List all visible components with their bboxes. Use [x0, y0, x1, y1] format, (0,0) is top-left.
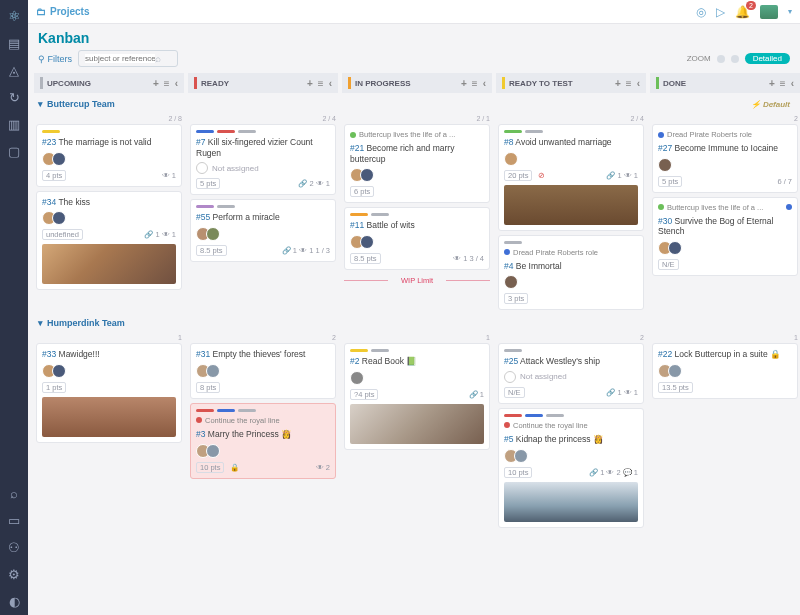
zoom-compact-button[interactable]: [717, 55, 725, 63]
collapse-icon[interactable]: ‹: [329, 78, 332, 89]
help-icon[interactable]: ◎: [696, 5, 706, 19]
sidebar-team-icon[interactable]: ⚇: [8, 540, 20, 555]
zoom-detailed-button[interactable]: Detailed: [745, 53, 790, 64]
sidebar-board-icon[interactable]: ▤: [8, 36, 20, 51]
cell-count: 1: [342, 334, 492, 341]
kanban-card[interactable]: #23 The marriage is not valid4 pts👁 1: [36, 124, 182, 187]
card-thumbnail: [42, 397, 176, 437]
collapse-icon[interactable]: ‹: [637, 78, 640, 89]
zoom-default-button[interactable]: [731, 55, 739, 63]
column-menu-icon[interactable]: ≡: [318, 78, 324, 89]
kanban-card[interactable]: #33 Mawidge!!!1 pts: [36, 343, 182, 443]
column-menu-icon[interactable]: ≡: [626, 78, 632, 89]
add-card-icon[interactable]: +: [769, 78, 775, 89]
avatar: [206, 227, 220, 241]
sidebar-search-icon[interactable]: ⌕: [10, 486, 18, 501]
tag-pill: [525, 414, 543, 417]
sidebar-theme-icon[interactable]: ◐: [9, 594, 20, 609]
card-title: #27 Become Immune to Iocaine: [658, 143, 792, 154]
cell-count: 2 / 8: [34, 115, 184, 122]
card-stats: 🔗 2 👁 1: [298, 179, 330, 188]
add-card-icon[interactable]: +: [615, 78, 621, 89]
kanban-card[interactable]: #25 Attack Westley's shipNot assignedN/E…: [498, 343, 644, 404]
kanban-card[interactable]: #8 Avoid unwanted marriage20 pts⊘🔗 1 👁 1: [498, 124, 644, 231]
sidebar-issues-icon[interactable]: ↻: [9, 90, 20, 105]
tag-pill: [238, 130, 256, 133]
kanban-card[interactable]: Continue the royal line#5 Kidnap the pri…: [498, 408, 644, 528]
kanban-card[interactable]: #55 Perform a miracle8.5 pts🔗 1 👁 1 1 / …: [190, 199, 336, 262]
sidebar-scrum-icon[interactable]: ◬: [9, 63, 19, 78]
sidebar-wiki-icon[interactable]: ▥: [8, 117, 20, 132]
sidebar-video-icon[interactable]: ▭: [8, 513, 20, 528]
add-card-icon[interactable]: +: [461, 78, 467, 89]
column-menu-icon[interactable]: ≡: [164, 78, 170, 89]
column-header: READY TO TEST+≡‹: [496, 73, 646, 93]
kanban-card[interactable]: Buttercup lives the life of a ...#21 Bec…: [344, 124, 490, 203]
column-header: DONE+≡‹: [650, 73, 800, 93]
search-input[interactable]: ⌕: [78, 50, 178, 67]
notification-badge: 2: [746, 1, 756, 10]
card-title: #31 Empty the thieves' forest: [196, 349, 330, 360]
sidebar-bookmark-icon[interactable]: ▢: [8, 144, 20, 159]
not-assigned: Not assigned: [504, 371, 638, 383]
avatar: [504, 152, 518, 166]
tag-pill: [217, 409, 235, 412]
swimlane-header[interactable]: ▾Humperdink Team: [34, 312, 794, 334]
points-badge: 10 pts: [196, 462, 224, 473]
avatar: [350, 371, 364, 385]
swimlane-header[interactable]: ▾Buttercup Team⚡ Default: [34, 93, 794, 115]
tag-pill: [238, 409, 256, 412]
notifications-icon[interactable]: 🔔2: [735, 5, 750, 19]
column-menu-icon[interactable]: ≡: [780, 78, 786, 89]
points-badge: N/E: [504, 387, 525, 398]
column-name: READY TO TEST: [509, 79, 573, 88]
card-title: #25 Attack Westley's ship: [504, 356, 638, 367]
card-title: #3 Marry the Princess 👸: [196, 429, 330, 440]
app-logo-icon[interactable]: ⚛: [8, 8, 21, 24]
kanban-card[interactable]: #2 Read Book 📗?4 pts🔗 1: [344, 343, 490, 450]
sidebar-settings-icon[interactable]: ⚙: [8, 567, 20, 582]
tag-pill: [196, 130, 214, 133]
column-header: UPCOMING+≡‹: [34, 73, 184, 93]
cell-count: 1: [650, 334, 800, 341]
kanban-card[interactable]: #31 Empty the thieves' forest8 pts: [190, 343, 336, 399]
kanban-card[interactable]: #11 Battle of wits8.5 pts👁 1 3 / 4: [344, 207, 490, 270]
card-title: #4 Be Immortal: [504, 261, 638, 272]
add-card-icon[interactable]: +: [153, 78, 159, 89]
chevron-down-icon[interactable]: ▾: [788, 7, 792, 16]
points-badge: 5 pts: [658, 176, 682, 187]
column-header: READY+≡‹: [188, 73, 338, 93]
sidebar: ⚛ ▤ ◬ ↻ ▥ ▢ ⌕ ▭ ⚇ ⚙ ◐: [0, 0, 28, 615]
kanban-card[interactable]: #34 The kissundefined🔗 1 👁 1: [36, 191, 182, 291]
kanban-card[interactable]: Dread Pirate Roberts role#27 Become Immu…: [652, 124, 798, 193]
card-role: Buttercup lives the life of a ...: [350, 130, 484, 139]
add-card-icon[interactable]: +: [307, 78, 313, 89]
avatar: [52, 364, 66, 378]
kanban-card[interactable]: Continue the royal line#3 Marry the Prin…: [190, 403, 336, 479]
card-role: Buttercup lives the life of a ...: [658, 203, 792, 212]
collapse-icon[interactable]: ‹: [791, 78, 794, 89]
card-title: #55 Perform a miracle: [196, 212, 330, 223]
collapse-icon[interactable]: ‹: [483, 78, 486, 89]
activity-icon[interactable]: ▷: [716, 5, 725, 19]
tag-pill: [504, 414, 522, 417]
column-menu-icon[interactable]: ≡: [472, 78, 478, 89]
card-thumbnail: [42, 244, 176, 284]
tag-pill: [350, 213, 368, 216]
card-stats: 👁 1 3 / 4: [453, 254, 484, 263]
breadcrumb[interactable]: 🗀Projects: [36, 6, 89, 17]
tag-pill: [504, 349, 522, 352]
kanban-card[interactable]: Buttercup lives the life of a ... #30 Su…: [652, 197, 798, 276]
chevron-down-icon: ▾: [38, 99, 43, 109]
collapse-icon[interactable]: ‹: [175, 78, 178, 89]
kanban-card[interactable]: #7 Kill six-fingered vizier Count RugenN…: [190, 124, 336, 195]
card-title: #22 Lock Buttercup in a suite 🔒: [658, 349, 792, 360]
user-avatar[interactable]: [760, 5, 778, 19]
card-title: #21 Become rich and marry buttercup: [350, 143, 484, 164]
card-stats: 👁 1: [162, 171, 176, 180]
kanban-card[interactable]: Dread Pirate Roberts role#4 Be Immortal3…: [498, 235, 644, 311]
kanban-card[interactable]: #22 Lock Buttercup in a suite 🔒13.5 pts: [652, 343, 798, 399]
filters-button[interactable]: ⚲ Filters: [38, 54, 72, 64]
card-title: #8 Avoid unwanted marriage: [504, 137, 638, 148]
tag-pill: [42, 130, 60, 133]
